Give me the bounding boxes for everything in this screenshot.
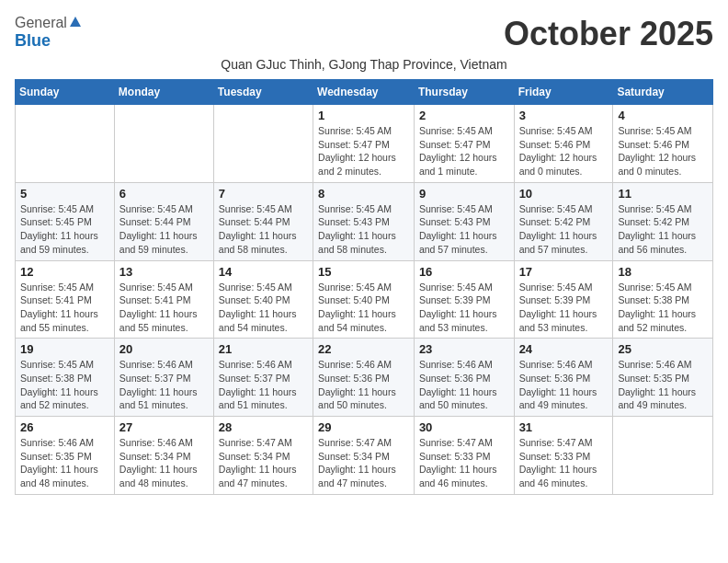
- day-info: Sunrise: 5:47 AMSunset: 5:33 PMDaylight:…: [419, 436, 509, 490]
- day-info: Sunrise: 5:45 AMSunset: 5:44 PMDaylight:…: [119, 202, 209, 257]
- day-number: 7: [219, 187, 308, 201]
- calendar-cell: 30Sunrise: 5:47 AMSunset: 5:33 PMDayligh…: [414, 417, 514, 495]
- day-info: Sunrise: 5:45 AMSunset: 5:46 PMDaylight:…: [618, 124, 708, 178]
- day-info: Sunrise: 5:46 AMSunset: 5:37 PMDaylight:…: [119, 358, 209, 412]
- calendar-cell: 5Sunrise: 5:45 AMSunset: 5:45 PMDaylight…: [16, 182, 115, 260]
- day-info: Sunrise: 5:45 AMSunset: 5:42 PMDaylight:…: [618, 202, 708, 257]
- calendar-cell: 20Sunrise: 5:46 AMSunset: 5:37 PMDayligh…: [114, 339, 213, 417]
- day-info: Sunrise: 5:45 AMSunset: 5:43 PMDaylight:…: [318, 202, 409, 257]
- logo-general-text: General: [15, 15, 67, 31]
- calendar-cell: 26Sunrise: 5:46 AMSunset: 5:35 PMDayligh…: [16, 417, 115, 495]
- day-number: 28: [219, 420, 308, 434]
- calendar-cell: 12Sunrise: 5:45 AMSunset: 5:41 PMDayligh…: [16, 260, 115, 339]
- day-number: 26: [20, 420, 109, 434]
- day-info: Sunrise: 5:45 AMSunset: 5:40 PMDaylight:…: [318, 281, 409, 335]
- day-number: 30: [419, 420, 509, 434]
- day-number: 17: [519, 265, 609, 279]
- day-number: 27: [119, 420, 209, 434]
- calendar-cell: 27Sunrise: 5:46 AMSunset: 5:34 PMDayligh…: [114, 417, 213, 495]
- day-info: Sunrise: 5:45 AMSunset: 5:39 PMDaylight:…: [519, 281, 609, 335]
- day-number: 10: [519, 187, 609, 201]
- day-info: Sunrise: 5:47 AMSunset: 5:34 PMDaylight:…: [318, 436, 409, 490]
- calendar-cell: 11Sunrise: 5:45 AMSunset: 5:42 PMDayligh…: [613, 182, 713, 260]
- calendar-cell: 6Sunrise: 5:45 AMSunset: 5:44 PMDaylight…: [114, 182, 213, 260]
- calendar-cell: 21Sunrise: 5:46 AMSunset: 5:37 PMDayligh…: [213, 339, 313, 417]
- calendar-cell: 24Sunrise: 5:46 AMSunset: 5:36 PMDayligh…: [514, 339, 613, 417]
- day-number: 21: [219, 342, 308, 356]
- day-info: Sunrise: 5:45 AMSunset: 5:38 PMDaylight:…: [618, 281, 708, 335]
- day-info: Sunrise: 5:45 AMSunset: 5:45 PMDaylight:…: [20, 202, 109, 257]
- calendar-cell: 29Sunrise: 5:47 AMSunset: 5:34 PMDayligh…: [313, 417, 415, 495]
- day-info: Sunrise: 5:45 AMSunset: 5:44 PMDaylight:…: [219, 202, 308, 257]
- day-number: 5: [20, 187, 109, 201]
- day-info: Sunrise: 5:46 AMSunset: 5:35 PMDaylight:…: [20, 436, 109, 490]
- calendar-subtitle: Quan GJuc Thinh, GJong Thap Province, Vi…: [15, 57, 713, 72]
- day-info: Sunrise: 5:46 AMSunset: 5:36 PMDaylight:…: [419, 358, 509, 412]
- day-number: 8: [318, 187, 409, 201]
- day-number: 23: [419, 342, 509, 356]
- calendar-cell: 28Sunrise: 5:47 AMSunset: 5:34 PMDayligh…: [213, 417, 313, 495]
- week-row-2: 5Sunrise: 5:45 AMSunset: 5:45 PMDaylight…: [16, 182, 713, 260]
- day-info: Sunrise: 5:45 AMSunset: 5:47 PMDaylight:…: [419, 124, 509, 178]
- day-number: 16: [419, 265, 509, 279]
- calendar-cell: 2Sunrise: 5:45 AMSunset: 5:47 PMDaylight…: [414, 105, 514, 183]
- day-number: 24: [519, 342, 609, 356]
- day-info: Sunrise: 5:45 AMSunset: 5:39 PMDaylight:…: [419, 281, 509, 335]
- calendar-cell: 31Sunrise: 5:47 AMSunset: 5:33 PMDayligh…: [514, 417, 613, 495]
- day-number: 22: [318, 342, 409, 356]
- day-info: Sunrise: 5:45 AMSunset: 5:42 PMDaylight:…: [519, 202, 609, 257]
- calendar-cell: 16Sunrise: 5:45 AMSunset: 5:39 PMDayligh…: [414, 260, 514, 339]
- calendar-cell: 22Sunrise: 5:46 AMSunset: 5:36 PMDayligh…: [313, 339, 415, 417]
- calendar-table: SundayMondayTuesdayWednesdayThursdayFrid…: [15, 79, 713, 495]
- day-info: Sunrise: 5:45 AMSunset: 5:47 PMDaylight:…: [318, 124, 409, 178]
- day-info: Sunrise: 5:46 AMSunset: 5:34 PMDaylight:…: [119, 436, 209, 490]
- day-info: Sunrise: 5:46 AMSunset: 5:36 PMDaylight:…: [318, 358, 409, 412]
- calendar-cell: 9Sunrise: 5:45 AMSunset: 5:43 PMDaylight…: [414, 182, 514, 260]
- day-info: Sunrise: 5:45 AMSunset: 5:41 PMDaylight:…: [20, 281, 109, 335]
- week-row-5: 26Sunrise: 5:46 AMSunset: 5:35 PMDayligh…: [16, 417, 713, 495]
- day-info: Sunrise: 5:45 AMSunset: 5:46 PMDaylight:…: [519, 124, 609, 178]
- day-number: 13: [119, 265, 209, 279]
- calendar-cell: [114, 105, 213, 183]
- day-number: 11: [618, 187, 708, 201]
- day-info: Sunrise: 5:45 AMSunset: 5:38 PMDaylight:…: [20, 358, 109, 412]
- day-header-tuesday: Tuesday: [213, 80, 313, 105]
- calendar-cell: 18Sunrise: 5:45 AMSunset: 5:38 PMDayligh…: [613, 260, 713, 339]
- calendar-cell: 14Sunrise: 5:45 AMSunset: 5:40 PMDayligh…: [213, 260, 313, 339]
- week-row-4: 19Sunrise: 5:45 AMSunset: 5:38 PMDayligh…: [16, 339, 713, 417]
- day-header-friday: Friday: [514, 80, 613, 105]
- week-row-1: 1Sunrise: 5:45 AMSunset: 5:47 PMDaylight…: [16, 105, 713, 183]
- logo-blue-text: Blue: [15, 31, 51, 51]
- calendar-cell: 17Sunrise: 5:45 AMSunset: 5:39 PMDayligh…: [514, 260, 613, 339]
- day-info: Sunrise: 5:45 AMSunset: 5:40 PMDaylight:…: [219, 281, 308, 335]
- calendar-cell: 15Sunrise: 5:45 AMSunset: 5:40 PMDayligh…: [313, 260, 415, 339]
- day-header-saturday: Saturday: [613, 80, 713, 105]
- day-info: Sunrise: 5:47 AMSunset: 5:33 PMDaylight:…: [519, 436, 609, 490]
- day-info: Sunrise: 5:47 AMSunset: 5:34 PMDaylight:…: [219, 436, 308, 490]
- day-number: 9: [419, 187, 509, 201]
- day-info: Sunrise: 5:46 AMSunset: 5:36 PMDaylight:…: [519, 358, 609, 412]
- day-number: 31: [519, 420, 609, 434]
- day-header-sunday: Sunday: [16, 80, 115, 105]
- day-number: 2: [419, 109, 509, 122]
- day-header-monday: Monday: [114, 80, 213, 105]
- day-number: 19: [20, 342, 109, 356]
- day-number: 15: [318, 265, 409, 279]
- month-title: October 2025: [504, 15, 713, 53]
- day-number: 12: [20, 265, 109, 279]
- day-header-wednesday: Wednesday: [313, 80, 415, 105]
- day-number: 20: [119, 342, 209, 356]
- calendar-cell: 8Sunrise: 5:45 AMSunset: 5:43 PMDaylight…: [313, 182, 415, 260]
- day-number: 29: [318, 420, 409, 434]
- day-number: 18: [618, 265, 708, 279]
- day-number: 6: [119, 187, 209, 201]
- day-number: 25: [618, 342, 708, 356]
- calendar-cell: [213, 105, 313, 183]
- calendar-cell: 25Sunrise: 5:46 AMSunset: 5:35 PMDayligh…: [613, 339, 713, 417]
- calendar-cell: 19Sunrise: 5:45 AMSunset: 5:38 PMDayligh…: [16, 339, 115, 417]
- calendar-cell: 3Sunrise: 5:45 AMSunset: 5:46 PMDaylight…: [514, 105, 613, 183]
- calendar-cell: 7Sunrise: 5:45 AMSunset: 5:44 PMDaylight…: [213, 182, 313, 260]
- day-number: 14: [219, 265, 308, 279]
- calendar-cell: 4Sunrise: 5:45 AMSunset: 5:46 PMDaylight…: [613, 105, 713, 183]
- calendar-cell: 23Sunrise: 5:46 AMSunset: 5:36 PMDayligh…: [414, 339, 514, 417]
